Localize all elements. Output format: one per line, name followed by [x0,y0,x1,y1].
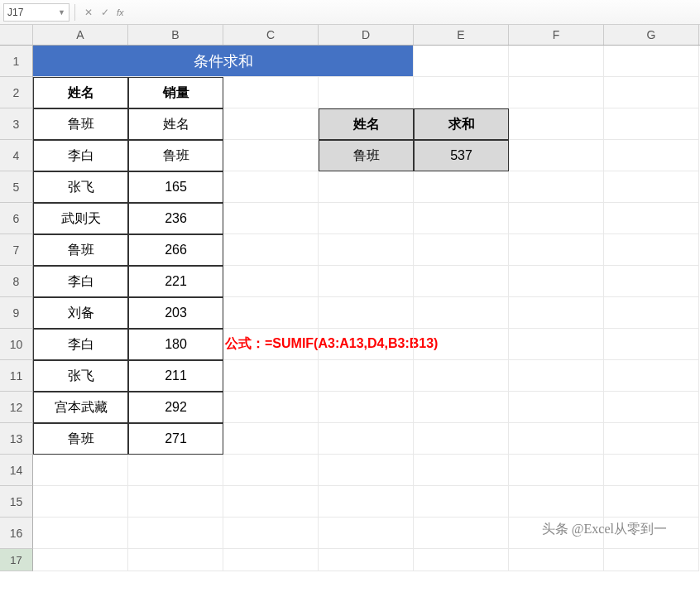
cell[interactable] [414,455,509,486]
cell[interactable] [319,329,414,360]
cell[interactable] [509,108,604,140]
cell[interactable] [509,486,604,518]
col-header[interactable]: D [319,25,414,45]
col-header[interactable]: C [223,25,319,45]
cell[interactable]: 266 [128,234,223,266]
cell[interactable] [319,486,414,518]
chevron-down-icon[interactable]: ▼ [58,8,65,17]
cell[interactable]: 鲁班 [33,234,128,266]
cell[interactable]: 销量 [128,77,223,108]
row-header[interactable]: 7 [0,234,33,266]
cell[interactable]: 宫本武藏 [33,392,128,423]
cell[interactable]: 鲁班 [33,423,128,455]
cell[interactable] [509,171,604,203]
cell[interactable] [223,203,319,234]
cell[interactable] [319,455,414,486]
cell[interactable]: 鲁班 [319,140,414,171]
cell[interactable] [604,203,699,234]
cell[interactable]: 姓名 [319,108,414,140]
cell[interactable] [604,549,699,571]
cell[interactable] [414,329,509,360]
select-all-corner[interactable] [0,25,33,46]
cell[interactable] [509,423,604,455]
cell[interactable] [223,108,319,140]
cell[interactable] [319,234,414,266]
row-header[interactable]: 2 [0,77,33,108]
cell[interactable] [319,392,414,423]
cell[interactable] [223,297,319,329]
cell[interactable] [414,46,509,77]
cell[interactable] [604,234,699,266]
cell[interactable] [33,455,128,486]
cell[interactable] [128,549,223,571]
cell[interactable] [509,360,604,392]
cell[interactable] [319,518,414,549]
cell[interactable] [509,46,604,77]
cell[interactable] [604,329,699,360]
cell[interactable] [604,171,699,203]
cell[interactable] [319,423,414,455]
cell[interactable] [223,140,319,171]
row-header[interactable]: 12 [0,392,33,423]
col-header[interactable]: F [509,25,604,45]
cancel-icon[interactable]: ✕ [80,4,97,21]
cell[interactable]: 鲁班 [33,108,128,140]
cell[interactable] [319,171,414,203]
cell[interactable]: 271 [128,423,223,455]
row-header[interactable]: 10 [0,329,33,360]
cell[interactable]: 236 [128,203,223,234]
cell[interactable]: 武则天 [33,203,128,234]
cell[interactable] [414,486,509,518]
cell[interactable] [414,518,509,549]
cell[interactable] [604,486,699,518]
cell[interactable] [604,266,699,297]
cell[interactable] [509,77,604,108]
cell[interactable] [414,392,509,423]
cell[interactable] [509,549,604,571]
cell[interactable] [509,392,604,423]
cell[interactable]: 姓名 [128,108,223,140]
cell[interactable] [414,266,509,297]
cell[interactable]: 张飞 [33,360,128,392]
cell[interactable] [33,518,128,549]
cell[interactable]: 李白 [33,329,128,360]
cell[interactable] [223,360,319,392]
row-header[interactable]: 1 [0,46,33,77]
cell[interactable] [319,549,414,571]
cell[interactable] [604,77,699,108]
row-header[interactable]: 8 [0,266,33,297]
cell[interactable]: 公式：=SUMIF(A3:A13,D4,B3:B13) [223,329,319,360]
cell[interactable]: 211 [128,360,223,392]
cell[interactable] [414,77,509,108]
cell[interactable] [223,455,319,486]
cell[interactable]: 203 [128,297,223,329]
cell[interactable] [414,360,509,392]
cell[interactable]: 姓名 [33,77,128,108]
cell[interactable] [223,423,319,455]
cell[interactable] [604,108,699,140]
cell[interactable] [33,549,128,571]
row-header[interactable]: 11 [0,360,33,392]
row-header[interactable]: 14 [0,455,33,486]
cell[interactable]: 180 [128,329,223,360]
col-header[interactable]: B [128,25,223,45]
row-header[interactable]: 15 [0,486,33,518]
cell[interactable] [509,297,604,329]
cell[interactable] [509,455,604,486]
cell[interactable]: 李白 [33,266,128,297]
cell[interactable] [223,549,319,571]
cell[interactable] [128,518,223,549]
cell[interactable] [509,140,604,171]
name-box[interactable]: J17 ▼ [3,3,70,22]
fx-icon[interactable]: fx [117,7,124,17]
cell[interactable] [319,360,414,392]
cell[interactable] [414,297,509,329]
cell[interactable] [414,549,509,571]
row-header[interactable]: 13 [0,423,33,455]
title-cell[interactable]: 条件求和 [33,46,414,77]
row-header[interactable]: 4 [0,140,33,171]
cell[interactable] [604,46,699,77]
col-header[interactable]: G [604,25,699,45]
cell[interactable] [223,518,319,549]
confirm-icon[interactable]: ✓ [97,4,113,21]
